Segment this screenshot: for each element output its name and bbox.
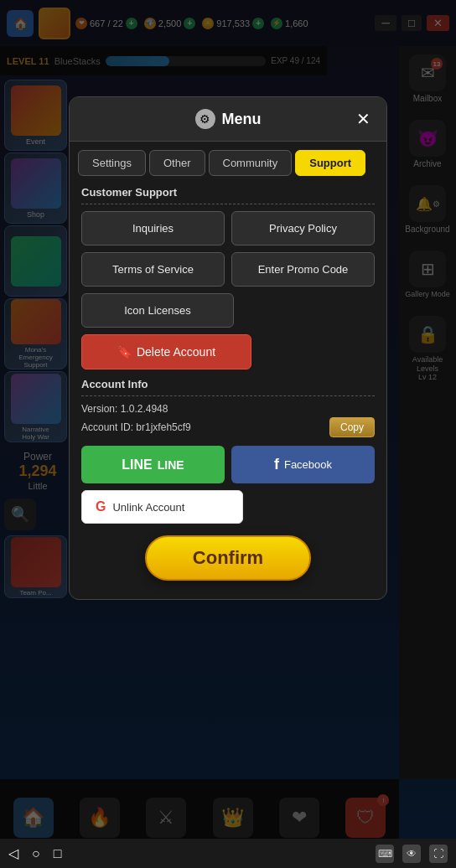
inquiries-button[interactable]: Inquiries <box>81 211 225 245</box>
enter-promo-code-button[interactable]: Enter Promo Code <box>231 252 375 287</box>
privacy-policy-button[interactable]: Privacy Policy <box>231 211 375 245</box>
modal-content: Customer Support Inquiries Privacy Polic… <box>70 176 386 599</box>
os-bar-right: ⌨ 👁 ⛶ <box>376 845 448 863</box>
account-info-section: Account Info Version: 1.0.2.4948 Account… <box>81 378 375 437</box>
os-bar: ◁ ○ □ ⌨ 👁 ⛶ <box>0 839 456 868</box>
home-os-button[interactable]: ○ <box>32 846 40 861</box>
modal-title: Menu <box>222 111 262 128</box>
line-login-button[interactable]: LINE LINE <box>81 446 225 483</box>
facebook-login-button[interactable]: f Facebook <box>231 446 375 483</box>
social-login-row: LINE LINE f Facebook <box>81 446 375 483</box>
tab-other[interactable]: Other <box>149 150 205 176</box>
icon-licenses-button[interactable]: Icon Licenses <box>81 293 234 328</box>
google-unlink-button[interactable]: G Unlink Account <box>81 490 243 524</box>
delete-account-button[interactable]: 🔖 Delete Account <box>81 334 251 369</box>
fullscreen-icon[interactable]: ⛶ <box>429 845 448 863</box>
account-id-row: Account ID: br1jxfeh5cf9 Copy <box>81 417 375 437</box>
modal-title-wrapper: ⚙ Menu <box>195 109 262 129</box>
support-buttons-grid: Inquiries Privacy Policy Terms of Servic… <box>81 211 375 287</box>
confirm-button[interactable]: Confirm <box>145 535 311 581</box>
version-row: Version: 1.0.2.4948 <box>81 403 375 415</box>
facebook-logo: f <box>274 456 279 473</box>
delete-account-icon: 🔖 <box>117 345 132 359</box>
tab-community[interactable]: Community <box>209 150 293 176</box>
modal-close-button[interactable]: ✕ <box>351 107 375 131</box>
version-text: Version: 1.0.2.4948 <box>81 403 168 415</box>
modal-overlay: ⚙ Menu ✕ Settings Other Community Suppor… <box>0 0 456 868</box>
menu-modal: ⚙ Menu ✕ Settings Other Community Suppor… <box>69 96 387 600</box>
google-icon: G <box>96 499 106 514</box>
terms-of-service-button[interactable]: Terms of Service <box>81 252 225 287</box>
keyboard-icon[interactable]: ⌨ <box>376 845 394 863</box>
copy-button[interactable]: Copy <box>329 417 375 437</box>
settings-gear-icon: ⚙ <box>195 109 215 129</box>
tab-settings[interactable]: Settings <box>78 150 146 176</box>
confirm-area: Confirm <box>81 524 375 589</box>
tab-support[interactable]: Support <box>295 150 365 176</box>
os-bar-left: ◁ ○ □ <box>8 845 61 861</box>
line-logo: LINE <box>122 457 152 473</box>
tabs-row: Settings Other Community Support <box>70 142 386 176</box>
back-button[interactable]: ◁ <box>8 845 18 861</box>
modal-header: ⚙ Menu ✕ <box>70 97 386 142</box>
eye-icon[interactable]: 👁 <box>402 845 421 863</box>
account-id-text: Account ID: br1jxfeh5cf9 <box>81 421 191 433</box>
customer-support-title: Customer Support <box>81 186 375 204</box>
account-info-title: Account Info <box>81 378 375 396</box>
recent-button[interactable]: □ <box>54 846 62 861</box>
